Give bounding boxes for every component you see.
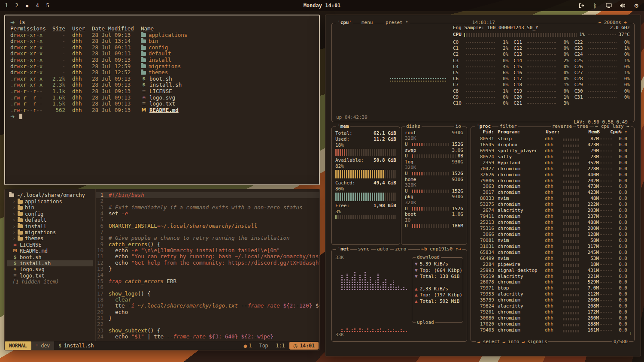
btop-window[interactable]: 'cpu' menu preset * 14:01:17 − 2000ms + …: [325, 15, 641, 356]
file-name: boot.sh: [149, 76, 172, 82]
ls-row: drwxr-xr-x-dhh28 Jul 09:13default: [10, 51, 314, 57]
process-row[interactable]: 75316chromiumdhh200M0.0: [474, 226, 627, 232]
scroll-down-icon[interactable]: ↓: [629, 330, 632, 336]
terminal-window[interactable]: ➔ ls PermissionsSizeUserDate ModifiedNam…: [4, 15, 320, 185]
scroll-position: Top: [255, 341, 272, 350]
select-action[interactable]: select: [483, 339, 500, 345]
process-row[interactable]: 3066chromiumdhh128M0.0: [474, 232, 627, 238]
process-row[interactable]: 2284pipewiredhh18M0.0: [474, 262, 627, 268]
net-auto-button[interactable]: auto: [376, 246, 390, 252]
process-row[interactable]: 79953alacrittydhh212M0.0: [474, 291, 627, 297]
process-row[interactable]: 80524sattydhh23M0.0: [474, 154, 627, 160]
process-row[interactable]: 30680chromiumdhh260M0.0: [474, 315, 627, 321]
bluetooth-icon[interactable]: ᛒ: [592, 2, 598, 9]
workspace-4[interactable]: 4: [35, 3, 39, 9]
signals-action[interactable]: signals: [527, 339, 547, 345]
info-action[interactable]: info: [508, 339, 519, 345]
core-row-C21: C213%: [513, 100, 569, 106]
process-row[interactable]: 79806chromiumdhh202M0.0: [474, 178, 627, 184]
cpu-total-meter: CPU 1% 37°C: [453, 32, 630, 38]
btop-menu-button[interactable]: menu: [360, 20, 374, 26]
tree-item-config[interactable]: ›config: [7, 211, 93, 217]
file-name: themes: [149, 69, 168, 76]
filter-button[interactable]: filter: [498, 124, 518, 130]
process-row[interactable]: 25993signal-desktopdhh431M0.0: [474, 268, 627, 274]
code-line-10: 10 echo -e "\n\e[31mOmarchy installation…: [96, 247, 319, 253]
tree-item-default[interactable]: ›default: [7, 217, 93, 223]
tree-toggle-button[interactable]: tree: [576, 124, 590, 130]
cpu-model: Eng Sample: 100-000001243-50_Y: [453, 25, 538, 31]
process-row[interactable]: 16545dropboxdhh423M0.0: [474, 142, 627, 148]
code-line-4: 4set -e: [96, 211, 319, 217]
process-row[interactable]: 31031chromiumdhh317M0.0: [474, 244, 627, 250]
process-row[interactable]: 35739chromiumdhh266M0.0: [474, 297, 627, 303]
ls-row: drwxr-xr-x-dhh28 Jul 13:14bin: [10, 38, 314, 45]
process-row[interactable]: 79411chromiumdhh237M0.0: [474, 214, 627, 220]
virtualization-icon[interactable]: [605, 2, 612, 9]
process-row[interactable]: 2359Hyprlanddhh352M0.0: [474, 160, 627, 166]
update-interval-control[interactable]: − 2000ms +: [597, 20, 628, 26]
process-row[interactable]: 79971btopdhh7.0M0.0: [474, 285, 627, 291]
folder-icon: [141, 39, 146, 43]
tree-item-bin[interactable]: ›bin: [7, 205, 93, 211]
tree-item-install.sh[interactable]: $install.sh: [7, 260, 93, 266]
workspace-3[interactable]: ●: [25, 3, 29, 8]
tree-item-themes[interactable]: ›themes: [7, 235, 93, 241]
clock: Monday 14:01: [304, 3, 341, 9]
disks-tab[interactable]: disks: [405, 124, 422, 130]
process-row[interactable]: 80333nvimdhh48M0.0: [474, 196, 627, 202]
tree-item-migrations[interactable]: ›migrations: [7, 229, 93, 235]
open-folder-icon: [9, 193, 14, 197]
net-sync-button[interactable]: sync: [357, 246, 371, 252]
process-row[interactable]: 53275chromiumdhh222M0.0: [474, 202, 627, 208]
process-row[interactable]: 26078chromiumdhh529M0.0: [474, 280, 627, 286]
tree-root[interactable]: ~/.local/share/omarchy: [7, 192, 93, 199]
tree-item-LICENSE[interactable]: ≡LICENSE: [7, 242, 93, 248]
reverse-button[interactable]: reverse: [551, 124, 573, 130]
process-row[interactable]: 3017chromiumdhh423M0.0: [474, 190, 627, 196]
tree-item-logo.svg[interactable]: ✳logo.svg: [7, 266, 93, 272]
process-row[interactable]: 32626chromiumdhh440M0.0: [474, 172, 627, 178]
workspace-2[interactable]: 2: [15, 3, 19, 9]
process-row[interactable]: 70427chromiumdhh228M0.0: [474, 166, 627, 172]
logout-icon[interactable]: [578, 2, 585, 9]
editor-pane[interactable]: 1#!/bin/bash23# Exit immediately if a co…: [96, 189, 319, 341]
workspace-5[interactable]: 5: [46, 3, 50, 9]
tree-item-applications[interactable]: ›applications: [7, 199, 93, 205]
statusline-clock: ◷14:01: [289, 342, 319, 350]
folder-icon: [18, 224, 23, 228]
process-row[interactable]: 70081nvimdhh58M0.0: [474, 238, 627, 244]
volume-icon[interactable]: [619, 2, 626, 9]
code-line-24: 24 echo "$1" | tte --frame-rate ${3:-640…: [96, 334, 319, 340]
text-icon: ≣: [141, 101, 147, 107]
btop-preset-button[interactable]: preset *: [384, 20, 410, 26]
neovim-window[interactable]: ~/.local/share/omarchy ›applications›bin…: [4, 189, 320, 350]
process-row[interactable]: 2674alacrittydhh203M0.0: [474, 208, 627, 214]
process-row[interactable]: 79403chromiumdhh161M0.0: [474, 327, 627, 333]
workspace-1[interactable]: 1: [4, 3, 9, 9]
sort-arrow-icon[interactable]: ↑: [624, 129, 627, 135]
core-row-C20: C201%: [513, 94, 569, 100]
network-interface[interactable]: ←b enp191s0 ↑→: [420, 246, 462, 252]
net-zero-button[interactable]: zero: [394, 246, 408, 252]
io-tab[interactable]: io: [454, 124, 462, 130]
tree-item-boot.sh[interactable]: $boot.sh: [7, 254, 93, 260]
terminal-input-line[interactable]: ➔: [10, 113, 314, 120]
prompt-icon: ➔: [10, 19, 15, 26]
settings-icon[interactable]: ⚙: [633, 2, 640, 9]
process-row[interactable]: 79519alacrittydhh221M0.0: [474, 274, 627, 280]
process-row[interactable]: 3063chromiumdhh473M0.0: [474, 184, 627, 190]
process-row[interactable]: 69959spotify_playerdhh79M0.0: [474, 148, 627, 154]
process-row[interactable]: 79201chromiumdhh172M0.0: [474, 309, 627, 315]
process-row[interactable]: 80531slurpdhh87M0.0: [474, 136, 627, 142]
sort-column-selector[interactable]: ← cpu lazy →: [594, 124, 631, 130]
tree-item-logo.txt[interactable]: ≣logo.txt: [7, 273, 93, 279]
process-row[interactable]: 25213chromiumdhh488M0.0: [474, 220, 627, 226]
process-row[interactable]: 17020chromiumdhh288M0.0: [474, 321, 627, 327]
readme-icon: M: [12, 248, 18, 254]
process-row[interactable]: 79824alacrittydhh208M0.0: [474, 303, 627, 309]
tree-item-README.md[interactable]: MREADME.md: [7, 248, 93, 254]
tree-item-install[interactable]: ›install: [7, 223, 93, 229]
process-row[interactable]: 65834chromiumdhh245M0.0: [474, 250, 627, 256]
process-row[interactable]: 66499nvimdhh53M0.0: [474, 256, 627, 262]
